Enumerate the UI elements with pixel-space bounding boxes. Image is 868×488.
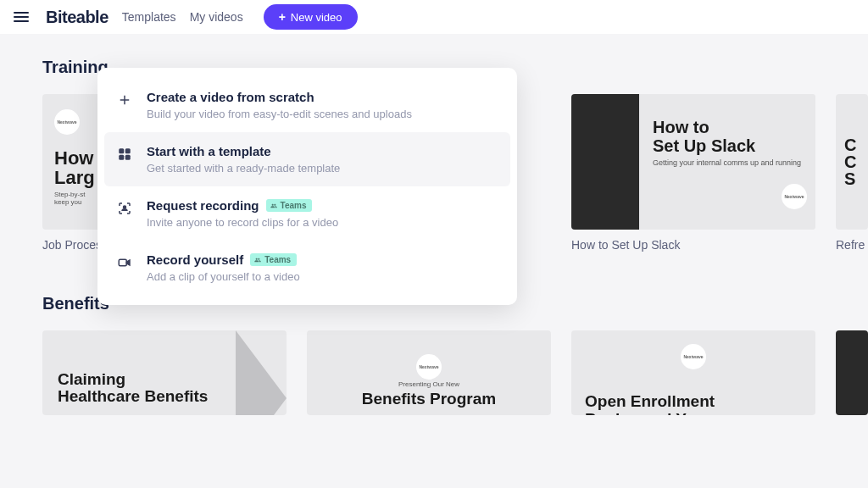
template-card-refresh[interactable]: C C S bbox=[836, 94, 868, 230]
plus-icon bbox=[116, 92, 133, 108]
hamburger-menu-icon[interactable] bbox=[10, 8, 32, 25]
logo[interactable]: Biteable bbox=[46, 8, 108, 27]
capture-person-icon bbox=[116, 200, 133, 217]
svg-rect-2 bbox=[119, 148, 124, 153]
dropdown-item-title: Start with a template bbox=[147, 144, 498, 158]
grid-icon bbox=[116, 146, 133, 163]
nextwave-badge: Nextwave bbox=[54, 109, 80, 135]
template-card-claiming-benefits[interactable]: ClaimingHealthcare Benefits bbox=[42, 330, 287, 415]
dropdown-item-sub: Invite anyone to record clips for a vide… bbox=[147, 216, 498, 229]
dropdown-item-title: Create a video from scratch bbox=[147, 90, 498, 104]
dropdown-start-template[interactable]: Start with a template Get started with a… bbox=[104, 132, 510, 186]
nextwave-badge: Nextwave bbox=[681, 344, 706, 369]
plus-icon: + bbox=[279, 10, 286, 24]
new-video-button[interactable]: + New video bbox=[264, 4, 358, 30]
app-header: Biteable Templates My videos + New video bbox=[0, 0, 868, 34]
nav-templates[interactable]: Templates bbox=[122, 10, 176, 24]
template-card-open-enrollment[interactable]: Nextwave Open EnrollmentBegins and Your bbox=[571, 330, 815, 415]
nextwave-badge: Nextwave bbox=[416, 354, 442, 380]
triangle-graphic bbox=[236, 330, 287, 415]
benefits-cards-row: ClaimingHealthcare Benefits Nextwave Pre… bbox=[42, 330, 826, 415]
nav-my-videos[interactable]: My videos bbox=[190, 10, 243, 24]
main-content: Create a video from scratch Build your v… bbox=[0, 34, 868, 481]
svg-rect-4 bbox=[119, 155, 124, 160]
svg-point-6 bbox=[124, 206, 126, 208]
dropdown-item-sub: Add a clip of yourself to a video bbox=[147, 270, 498, 283]
svg-rect-5 bbox=[125, 155, 131, 160]
new-video-label: New video bbox=[291, 11, 342, 24]
dropdown-create-scratch[interactable]: Create a video from scratch Build your v… bbox=[97, 78, 517, 132]
template-card-slack[interactable]: How toSet Up Slack Getting your internal… bbox=[571, 94, 815, 230]
dropdown-item-sub: Get started with a ready-made template bbox=[147, 162, 498, 175]
dropdown-record-yourself[interactable]: Record yourself Teams Add a clip of your… bbox=[97, 241, 517, 295]
card-label: How to Set Up Slack bbox=[571, 238, 815, 252]
svg-rect-3 bbox=[125, 148, 131, 153]
dropdown-item-title: Request recording Teams bbox=[147, 198, 498, 213]
dropdown-item-sub: Build your video from easy-to-edit scene… bbox=[147, 108, 498, 120]
dropdown-item-title: Record yourself Teams bbox=[147, 252, 498, 267]
video-camera-icon bbox=[116, 254, 133, 271]
teams-badge: Teams bbox=[250, 253, 297, 266]
new-video-dropdown: Create a video from scratch Build your v… bbox=[97, 68, 517, 305]
dropdown-request-recording[interactable]: Request recording Teams Invite anyone to… bbox=[97, 186, 517, 241]
template-card-benefits-program[interactable]: Nextwave Presenting Our New Benefits Pro… bbox=[307, 330, 551, 415]
template-card-partial[interactable] bbox=[836, 330, 868, 415]
nextwave-badge: Nextwave bbox=[782, 184, 807, 209]
teams-badge: Teams bbox=[266, 199, 313, 212]
svg-rect-7 bbox=[119, 259, 126, 266]
card-label: Refre bbox=[836, 238, 868, 252]
